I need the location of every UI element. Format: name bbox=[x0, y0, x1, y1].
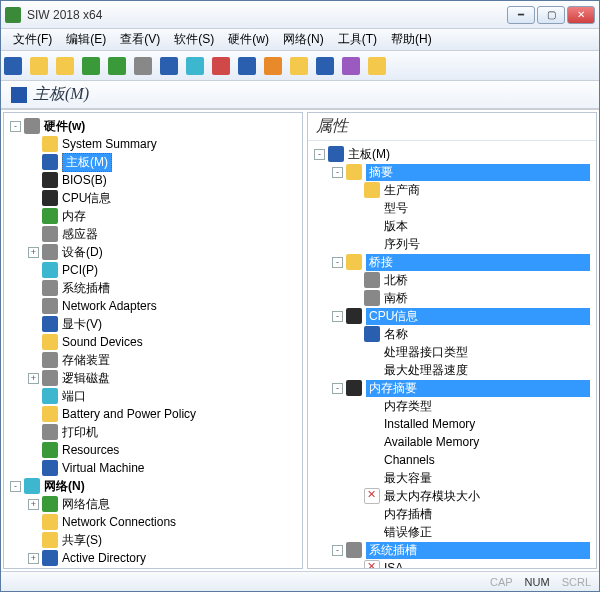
collapse-icon[interactable]: - bbox=[332, 311, 343, 322]
save-icon[interactable] bbox=[5, 56, 25, 76]
left-pane[interactable]: -硬件(w)System Summary主板(M)BIOS(B)CPU信息内存感… bbox=[3, 112, 303, 569]
refresh-icon[interactable] bbox=[109, 56, 129, 76]
tree-node[interactable]: Virtual Machine bbox=[10, 459, 300, 477]
tree-node[interactable]: 内存插槽 bbox=[314, 505, 594, 523]
collapse-icon[interactable]: - bbox=[10, 481, 21, 492]
tree-node[interactable]: 系统插槽 bbox=[10, 279, 300, 297]
tree-node[interactable]: 感应器 bbox=[10, 225, 300, 243]
tree-node[interactable]: CPU信息 bbox=[10, 189, 300, 207]
node-label: 网络(N) bbox=[44, 478, 85, 495]
tree-node[interactable]: System Summary bbox=[10, 135, 300, 153]
menu-item[interactable]: 查看(V) bbox=[114, 29, 166, 50]
lock-icon[interactable] bbox=[31, 56, 51, 76]
tree-node[interactable]: Available Memory bbox=[314, 433, 594, 451]
expand-icon[interactable]: + bbox=[28, 553, 39, 564]
tree-node[interactable]: 存储装置 bbox=[10, 351, 300, 369]
node-icon bbox=[42, 532, 58, 548]
menu-item[interactable]: 网络(N) bbox=[277, 29, 330, 50]
tree-node[interactable]: 型号 bbox=[314, 199, 594, 217]
minimize-button[interactable]: ━ bbox=[507, 6, 535, 24]
tree-node[interactable]: -系统插槽 bbox=[314, 541, 594, 559]
collapse-icon[interactable]: - bbox=[332, 257, 343, 268]
tree-node[interactable]: 内存类型 bbox=[314, 397, 594, 415]
tree-node[interactable]: 版本 bbox=[314, 217, 594, 235]
globe-icon[interactable] bbox=[83, 56, 103, 76]
tree-node[interactable]: Battery and Power Policy bbox=[10, 405, 300, 423]
window-icon[interactable] bbox=[343, 56, 363, 76]
node-icon bbox=[42, 280, 58, 296]
tree-node[interactable]: Sound Devices bbox=[10, 333, 300, 351]
collapse-icon[interactable]: - bbox=[10, 121, 21, 132]
tree-node[interactable]: ISA bbox=[314, 559, 594, 569]
menu-item[interactable]: 硬件(w) bbox=[222, 29, 275, 50]
maximize-button[interactable]: ▢ bbox=[537, 6, 565, 24]
network-icon[interactable] bbox=[187, 56, 207, 76]
tree-node[interactable]: -内存摘要 bbox=[314, 379, 594, 397]
tree-node[interactable]: 显卡(V) bbox=[10, 315, 300, 333]
tree-node[interactable]: +Active Directory bbox=[10, 549, 300, 567]
tree-node[interactable]: +网络信息 bbox=[10, 495, 300, 513]
tree-node[interactable]: +用户群组 bbox=[10, 567, 300, 569]
tree-node[interactable]: 最大容量 bbox=[314, 469, 594, 487]
tree-node[interactable]: -网络(N) bbox=[10, 477, 300, 495]
node-label: 内存 bbox=[62, 208, 86, 225]
motherboard-icon bbox=[11, 87, 27, 103]
tree-node[interactable]: Installed Memory bbox=[314, 415, 594, 433]
tree-node[interactable]: 北桥 bbox=[314, 271, 594, 289]
tree-node[interactable]: 最大处理器速度 bbox=[314, 361, 594, 379]
tree-node[interactable]: -主板(M) bbox=[314, 145, 594, 163]
tree-node[interactable]: 生产商 bbox=[314, 181, 594, 199]
tree-node[interactable]: 南桥 bbox=[314, 289, 594, 307]
chat-icon[interactable] bbox=[317, 56, 337, 76]
gear-icon[interactable] bbox=[265, 56, 285, 76]
stop-icon[interactable] bbox=[213, 56, 233, 76]
monitor-icon[interactable] bbox=[239, 56, 259, 76]
menu-item[interactable]: 编辑(E) bbox=[60, 29, 112, 50]
collapse-icon[interactable]: - bbox=[332, 545, 343, 556]
tree-node[interactable]: 序列号 bbox=[314, 235, 594, 253]
drive-icon[interactable] bbox=[161, 56, 181, 76]
tree-node[interactable]: Channels bbox=[314, 451, 594, 469]
close-button[interactable]: ✕ bbox=[567, 6, 595, 24]
menu-item[interactable]: 帮助(H) bbox=[385, 29, 438, 50]
titlebar[interactable]: SIW 2018 x64 ━ ▢ ✕ bbox=[1, 1, 599, 29]
tree-node[interactable]: -CPU信息 bbox=[314, 307, 594, 325]
tree-node[interactable]: -硬件(w) bbox=[10, 117, 300, 135]
node-label: Active Directory bbox=[62, 551, 146, 565]
expand-icon[interactable]: + bbox=[28, 499, 39, 510]
right-pane[interactable]: 属性 -主板(M)-摘要生产商型号版本序列号-桥接北桥南桥-CPU信息名称处理器… bbox=[307, 112, 597, 569]
star-icon[interactable] bbox=[291, 56, 311, 76]
warning-icon[interactable] bbox=[369, 56, 389, 76]
menu-item[interactable]: 工具(T) bbox=[332, 29, 383, 50]
expand-icon[interactable]: + bbox=[28, 373, 39, 384]
properties-tree: -主板(M)-摘要生产商型号版本序列号-桥接北桥南桥-CPU信息名称处理器接口类… bbox=[308, 141, 596, 569]
collapse-icon[interactable]: - bbox=[332, 383, 343, 394]
node-icon bbox=[42, 550, 58, 566]
tree-node[interactable]: +逻辑磁盘 bbox=[10, 369, 300, 387]
tree-node[interactable]: +设备(D) bbox=[10, 243, 300, 261]
tree-node[interactable]: 共享(S) bbox=[10, 531, 300, 549]
expand-icon[interactable]: + bbox=[28, 247, 39, 258]
tree-node[interactable]: 最大内存模块大小 bbox=[314, 487, 594, 505]
tree-node[interactable]: 错误修正 bbox=[314, 523, 594, 541]
tree-node[interactable]: Network Adapters bbox=[10, 297, 300, 315]
tree-node[interactable]: 主板(M) bbox=[10, 153, 300, 171]
menu-item[interactable]: 文件(F) bbox=[7, 29, 58, 50]
module-icon[interactable] bbox=[135, 56, 155, 76]
key-icon[interactable] bbox=[57, 56, 77, 76]
tree-node[interactable]: 处理器接口类型 bbox=[314, 343, 594, 361]
tree-node[interactable]: BIOS(B) bbox=[10, 171, 300, 189]
tree-node[interactable]: -桥接 bbox=[314, 253, 594, 271]
node-label: 桥接 bbox=[366, 254, 590, 271]
collapse-icon[interactable]: - bbox=[314, 149, 325, 160]
collapse-icon[interactable]: - bbox=[332, 167, 343, 178]
tree-node[interactable]: 内存 bbox=[10, 207, 300, 225]
tree-node[interactable]: Network Connections bbox=[10, 513, 300, 531]
menu-item[interactable]: 软件(S) bbox=[168, 29, 220, 50]
tree-node[interactable]: -摘要 bbox=[314, 163, 594, 181]
tree-node[interactable]: PCI(P) bbox=[10, 261, 300, 279]
tree-node[interactable]: Resources bbox=[10, 441, 300, 459]
tree-node[interactable]: 端口 bbox=[10, 387, 300, 405]
tree-node[interactable]: 打印机 bbox=[10, 423, 300, 441]
tree-node[interactable]: 名称 bbox=[314, 325, 594, 343]
